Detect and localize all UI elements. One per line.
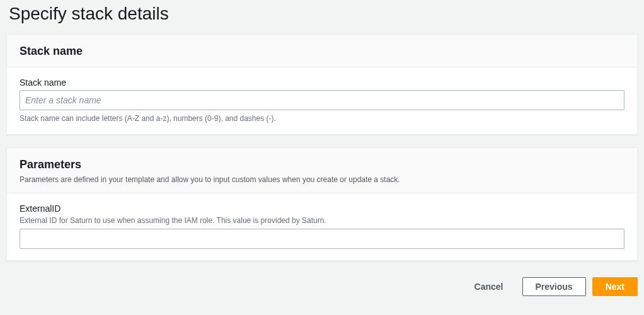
stack-name-panel: Stack name Stack name Stack name can inc… — [6, 34, 638, 135]
next-button[interactable]: Next — [592, 277, 638, 296]
stack-name-hint: Stack name can include letters (A-Z and … — [20, 114, 624, 123]
stack-name-label: Stack name — [20, 77, 624, 88]
param-externalid-desc: External ID for Saturn to use when assum… — [20, 216, 624, 225]
cancel-button[interactable]: Cancel — [462, 278, 516, 295]
parameters-section-desc: Parameters are defined in your template … — [20, 175, 624, 184]
previous-button[interactable]: Previous — [522, 277, 586, 296]
parameters-header: Parameters Parameters are defined in you… — [7, 148, 637, 193]
wizard-footer: Cancel Previous Next — [6, 273, 638, 296]
parameters-panel: Parameters Parameters are defined in you… — [6, 147, 638, 261]
stack-name-header: Stack name — [7, 35, 637, 67]
stack-name-section-title: Stack name — [20, 45, 624, 58]
stack-name-input[interactable] — [20, 90, 624, 110]
parameters-section-title: Parameters — [20, 158, 624, 171]
param-externalid-input[interactable] — [20, 229, 624, 249]
parameters-body: ExternalID External ID for Saturn to use… — [7, 193, 637, 260]
param-externalid-label: ExternalID — [20, 203, 624, 214]
stack-name-body: Stack name Stack name can include letter… — [7, 67, 637, 134]
page-title: Specify stack details — [6, 0, 638, 34]
